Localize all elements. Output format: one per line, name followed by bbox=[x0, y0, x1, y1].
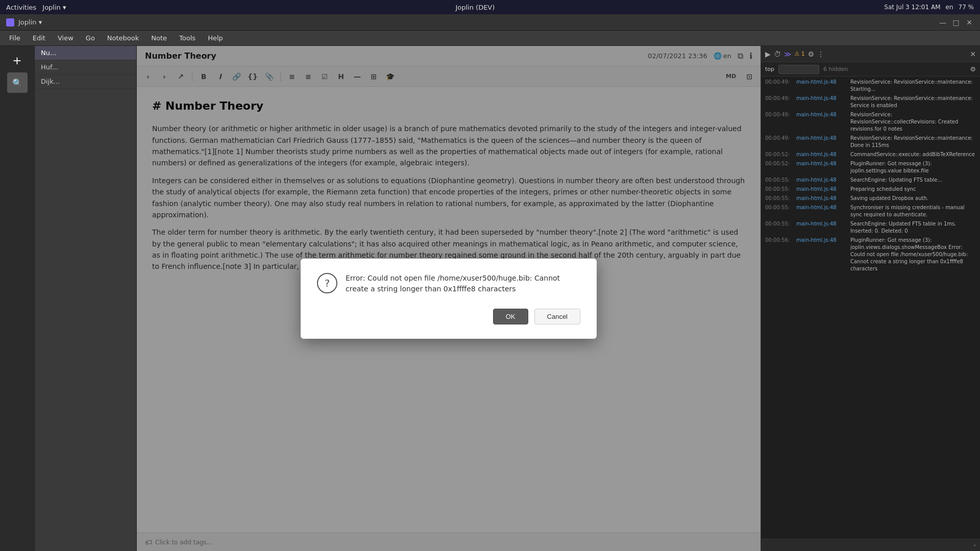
app-window: Joplin ▾ — □ ✕ File Edit View Go Noteboo… bbox=[0, 14, 980, 551]
modal-overlay: ? Error: Could not open file /home/xuser… bbox=[137, 46, 761, 551]
dev-pause-icon[interactable]: ⏱ bbox=[774, 50, 781, 58]
dev-log-entry: 00:00:55: main-html.js:48 SearchEngine: … bbox=[765, 220, 976, 235]
dev-log-entry: 00:00:52: main-html.js:48 PluginRunner: … bbox=[765, 160, 976, 174]
modal-actions: OK Cancel bbox=[317, 309, 580, 324]
dev-panel-footer[interactable]: › bbox=[761, 539, 980, 551]
dev-settings-icon[interactable]: ⚙ bbox=[808, 50, 815, 58]
menu-edit[interactable]: Edit bbox=[28, 32, 51, 44]
notebook-item-1[interactable]: Huf... bbox=[35, 60, 136, 74]
dev-expand-icon[interactable]: ≫ bbox=[784, 50, 792, 58]
menu-view[interactable]: View bbox=[53, 32, 79, 44]
dev-log-time: 00:00:55: bbox=[765, 195, 793, 202]
main-layout: + 🔍 Nu... Huf... Dijk... Number Theory 0… bbox=[0, 46, 980, 551]
dev-log-msg: Saving updated Dropbox auth. bbox=[850, 195, 928, 202]
dev-settings-icon2[interactable]: ⚙ bbox=[970, 65, 976, 73]
dev-log-entry: 00:00:56: main-html.js:48 PluginRunner: … bbox=[765, 237, 976, 272]
dev-log-time: 00:00:49: bbox=[765, 111, 793, 133]
datetime: Sat Jul 3 12:01 AM bbox=[884, 4, 940, 11]
dev-log-time: 00:00:52: bbox=[765, 151, 793, 158]
dev-panel-toolbar: ▶ ⏱ ≫ ⚠ 1 ⚙ ⋮ ✕ bbox=[761, 46, 980, 62]
menu-help[interactable]: Help bbox=[203, 32, 228, 44]
dev-log-file[interactable]: main-html.js:48 bbox=[796, 186, 847, 193]
dev-log-time: 00:00:55: bbox=[765, 220, 793, 235]
dev-log-file[interactable]: main-html.js:48 bbox=[796, 204, 847, 218]
dev-filter-input[interactable] bbox=[778, 65, 819, 74]
dev-log-entry: 00:00:49: main-html.js:48 RevisionServic… bbox=[765, 79, 976, 93]
notebook-item-2[interactable]: Dijk... bbox=[35, 74, 136, 89]
modal-message: Error: Could not open file /home/xuser50… bbox=[346, 273, 580, 294]
dev-warning-badge: ⚠ 1 bbox=[794, 51, 804, 57]
dev-log-time: 00:00:55: bbox=[765, 177, 793, 184]
notebook-item-0[interactable]: Nu... bbox=[35, 46, 136, 60]
maximize-button[interactable]: □ bbox=[951, 18, 961, 27]
dev-log-entry: 00:00:55: main-html.js:48 SearchEngine: … bbox=[765, 177, 976, 184]
dev-log-msg: SearchEngine: Updating FTS table... bbox=[850, 177, 942, 184]
menu-tools[interactable]: Tools bbox=[174, 32, 201, 44]
menu-file[interactable]: File bbox=[4, 32, 26, 44]
dev-log-time: 00:00:55: bbox=[765, 204, 793, 218]
dev-log-file[interactable]: main-html.js:48 bbox=[796, 237, 847, 272]
dev-log-file[interactable]: main-html.js:48 bbox=[796, 135, 847, 149]
search-button[interactable]: 🔍 bbox=[7, 72, 28, 93]
battery-indicator: 77 % bbox=[959, 4, 974, 11]
app-icon bbox=[6, 18, 14, 27]
dev-log-time: 00:00:49: bbox=[765, 95, 793, 109]
title-bar: Joplin ▾ — □ ✕ bbox=[0, 14, 980, 31]
close-button[interactable]: ✕ bbox=[965, 18, 974, 27]
dev-log-time: 00:00:52: bbox=[765, 160, 793, 174]
dev-log-msg: RevisionService: RevisionService::mainte… bbox=[850, 95, 976, 109]
dev-log-file[interactable]: main-html.js:48 bbox=[796, 220, 847, 235]
dev-log-time: 00:00:49: bbox=[765, 135, 793, 149]
menu-go[interactable]: Go bbox=[81, 32, 100, 44]
dev-panel: ▶ ⏱ ≫ ⚠ 1 ⚙ ⋮ ✕ top 6 hidden ⚙ 00:00:49:… bbox=[761, 46, 980, 551]
menu-notebook[interactable]: Notebook bbox=[102, 32, 144, 44]
dev-panel-content: 00:00:49: main-html.js:48 RevisionServic… bbox=[761, 77, 980, 539]
modal-icon: ? bbox=[317, 273, 337, 293]
system-tray: Sat Jul 3 12:01 AM en 77 % bbox=[884, 4, 974, 11]
dev-more-icon[interactable]: ⋮ bbox=[817, 50, 824, 58]
dev-log-entry: 00:00:49: main-html.js:48 RevisionServic… bbox=[765, 111, 976, 133]
activities-label[interactable]: Activities bbox=[6, 4, 36, 11]
dev-log-msg: RevisionService: RevisionService::mainte… bbox=[850, 135, 976, 149]
dev-log-file[interactable]: main-html.js:48 bbox=[796, 177, 847, 184]
notebook-list: Nu... Huf... Dijk... bbox=[35, 46, 137, 551]
dev-log-entry: 00:00:52: main-html.js:48 CommandService… bbox=[765, 151, 976, 158]
dev-log-file[interactable]: main-html.js:48 bbox=[796, 79, 847, 93]
dev-log-entry: 00:00:49: main-html.js:48 RevisionServic… bbox=[765, 135, 976, 149]
dev-log-file[interactable]: main-html.js:48 bbox=[796, 151, 847, 158]
dev-log-entry: 00:00:55: main-html.js:48 Synchroniser i… bbox=[765, 204, 976, 218]
dev-play-icon[interactable]: ▶ bbox=[765, 50, 771, 58]
dev-hidden-count: 6 hidden bbox=[823, 66, 848, 72]
dev-log-entry: 00:00:49: main-html.js:48 RevisionServic… bbox=[765, 95, 976, 109]
dev-log-msg: RevisionService: RevisionService::collec… bbox=[850, 111, 976, 133]
dev-log-file[interactable]: main-html.js:48 bbox=[796, 160, 847, 174]
dev-log-msg: Synchroniser is missing credentials - ma… bbox=[850, 204, 976, 218]
dev-log-entry: 00:00:55: main-html.js:48 Preparing sche… bbox=[765, 186, 976, 193]
dev-log-file[interactable]: main-html.js:48 bbox=[796, 95, 847, 109]
dev-log-time: 00:00:49: bbox=[765, 79, 793, 93]
dev-filter-top-label: top bbox=[765, 66, 774, 72]
dev-log-file[interactable]: main-html.js:48 bbox=[796, 111, 847, 133]
dev-log-msg: SearchEngine: Updated FTS table in 1ms. … bbox=[850, 220, 976, 235]
window-title: Joplin (DEV) bbox=[455, 4, 495, 11]
modal-cancel-button[interactable]: Cancel bbox=[534, 309, 580, 324]
dev-log-msg: RevisionService: RevisionService::mainte… bbox=[850, 79, 976, 93]
app-indicator[interactable]: Joplin ▾ bbox=[42, 4, 66, 11]
minimize-button[interactable]: — bbox=[938, 18, 947, 27]
editor-area: Number Theory 02/07/2021 23:36 🌐 en ⧉ ℹ … bbox=[137, 46, 761, 551]
modal-body: ? Error: Could not open file /home/xuser… bbox=[317, 273, 580, 294]
modal-dialog: ? Error: Could not open file /home/xuser… bbox=[301, 259, 597, 339]
language-indicator: en bbox=[946, 4, 953, 11]
dev-filter-bar: top 6 hidden ⚙ bbox=[761, 62, 980, 77]
new-note-button[interactable]: + bbox=[7, 50, 28, 70]
dev-log-time: 00:00:55: bbox=[765, 186, 793, 193]
dev-log-msg: PluginRunner: Got message (3): joplin.vi… bbox=[850, 237, 976, 272]
system-bar: Activities Joplin ▾ Joplin (DEV) Sat Jul… bbox=[0, 0, 980, 14]
dev-close-icon[interactable]: ✕ bbox=[970, 50, 976, 58]
dev-log-msg: CommandService::execute: addBibTeXRefere… bbox=[850, 151, 975, 158]
menu-note[interactable]: Note bbox=[146, 32, 172, 44]
dev-log-file[interactable]: main-html.js:48 bbox=[796, 195, 847, 202]
modal-ok-button[interactable]: OK bbox=[493, 309, 528, 324]
dev-log-entry: 00:00:55: main-html.js:48 Saving updated… bbox=[765, 195, 976, 202]
dev-log-msg: PluginRunner: Got message (3): joplin.se… bbox=[850, 160, 976, 174]
